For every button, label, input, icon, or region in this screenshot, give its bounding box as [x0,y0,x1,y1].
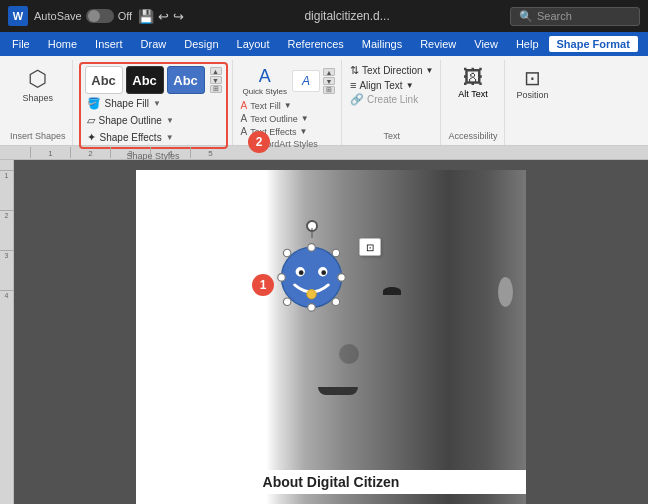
ruler-tick-4: 4 [150,147,190,158]
create-link-button[interactable]: 🔗 Create Link [350,93,434,106]
accessibility-label: Accessibility [449,129,498,143]
autosave-label: AutoSave [34,10,82,22]
smiley-svg [274,238,349,313]
search-placeholder: Search [537,10,572,22]
ruler-tick-1: 1 [30,147,70,158]
rotate-line [311,228,312,238]
menu-references[interactable]: References [280,36,352,52]
alt-text-button[interactable]: 🖼 Alt Text [458,66,487,99]
ribbon: ⬡ Shapes Insert Shapes Abc Abc Abc ▲ ▼ [0,56,648,146]
menu-file[interactable]: File [4,36,38,52]
wordart-thumb[interactable]: A [292,70,320,92]
shape-style-dark[interactable]: Abc [126,66,164,94]
text-group: ⇅ Text Direction ▼ ≡ Align Text ▼ 🔗 Crea… [344,60,441,145]
wa-scroll-expand[interactable]: ⊞ [323,86,335,94]
svg-point-8 [308,244,316,252]
wordart-content: A Quick Styles A ▲ ▼ ⊞ A Text Fill ▼ A [241,62,335,137]
shape-style-light[interactable]: Abc [85,66,123,94]
text-outline-icon: A [241,113,248,124]
toggle-knob [88,10,100,22]
title-bar-left: W AutoSave Off 💾 ↩ ↪ [8,6,184,26]
menu-review[interactable]: Review [412,36,464,52]
svg-point-3 [299,270,304,275]
menu-design[interactable]: Design [176,36,226,52]
v-tick-3: 3 [0,250,13,290]
outline-dropdown-arrow: ▼ [166,116,174,125]
text-fill-button[interactable]: A Text Fill ▼ [241,100,335,111]
fill-icon: 🪣 [87,97,101,110]
quick-styles-icon: A [259,66,271,87]
menu-insert[interactable]: Insert [87,36,131,52]
text-direction-arrow: ▼ [426,66,434,75]
text-outline-arrow: ▼ [301,114,309,123]
doc-left-area [136,170,276,504]
svg-point-13 [332,298,340,306]
shape-outline-button[interactable]: ▱ Shape Outline ▼ [85,113,222,128]
shape-effects-button[interactable]: ✦ Shape Effects ▼ [85,130,222,145]
insert-shapes-content: ⬡ Shapes [19,62,58,105]
scroll-down-btn[interactable]: ▼ [210,76,222,84]
accessibility-group: 🖼 Alt Text Accessibility [443,60,505,145]
text-effects-arrow: ▼ [300,127,308,136]
shapes-icon: ⬡ [28,66,47,92]
svg-point-7 [338,274,346,282]
v-tick-1: 1 [0,170,13,210]
save-icon[interactable]: 💾 [138,9,154,24]
document-title: About Digital Citizen [136,470,526,494]
scroll-up-btn[interactable]: ▲ [210,67,222,75]
text-effects-icon: A [241,126,248,137]
position-icon: ⊡ [524,66,541,90]
scroll-expand-btn[interactable]: ⊞ [210,85,222,93]
svg-point-10 [283,249,291,257]
ruler-tick-2: 2 [70,147,110,158]
outline-icon: ▱ [87,114,95,127]
search-box[interactable]: 🔍 Search [510,7,640,26]
filename-display: digitalcitizen.d... [192,9,502,23]
content-area: 1 2 3 4 2 [0,160,648,504]
text-outline-button[interactable]: A Text Outline ▼ [241,113,335,124]
text-fill-arrow: ▼ [284,101,292,110]
alt-text-icon: 🖼 [463,66,483,89]
wa-scroll-up[interactable]: ▲ [323,68,335,76]
badge-1: 1 [252,274,274,296]
menu-help[interactable]: Help [508,36,547,52]
document-area: 2 [14,160,648,504]
shape-styles-inner: Abc Abc Abc ▲ ▼ ⊞ [85,66,222,94]
search-icon: 🔍 [519,10,533,23]
redo-icon[interactable]: ↪ [173,9,184,24]
autosave-area: AutoSave Off [34,9,132,23]
quick-styles-button[interactable]: A Quick Styles [241,64,289,98]
shape-fill-button[interactable]: 🪣 Shape Fill ▼ [85,96,222,111]
document-page: ⊡ 1 About Digital Citizen [136,170,526,504]
menu-mailings[interactable]: Mailings [354,36,410,52]
horizontal-ruler: 1 2 3 4 5 [0,146,648,160]
wa-scroll-down[interactable]: ▼ [323,77,335,85]
menu-layout[interactable]: Layout [229,36,278,52]
menu-home[interactable]: Home [40,36,85,52]
svg-point-11 [332,249,340,257]
text-content: ⇅ Text Direction ▼ ≡ Align Text ▼ 🔗 Crea… [350,62,434,106]
svg-point-9 [308,304,316,312]
smiley-shape[interactable] [274,238,349,313]
shape-options: 🪣 Shape Fill ▼ ▱ Shape Outline ▼ ✦ Shape… [85,94,222,145]
autosave-toggle[interactable] [86,9,114,23]
svg-point-4 [321,270,326,275]
text-direction-button[interactable]: ⇅ Text Direction ▼ [350,64,434,77]
align-text-button[interactable]: ≡ Align Text ▼ [350,79,434,91]
layout-options-button[interactable]: ⊡ [359,238,381,256]
menu-bar: File Home Insert Draw Design Layout Refe… [0,32,648,56]
wordart-styles-group: A Quick Styles A ▲ ▼ ⊞ A Text Fill ▼ A [235,60,342,145]
shape-style-blue[interactable]: Abc [167,66,205,94]
v-tick-2: 2 [0,210,13,250]
menu-shape-format[interactable]: Shape Format [549,36,638,52]
vertical-ruler: 1 2 3 4 [0,160,14,504]
undo-icon[interactable]: ↩ [158,9,169,24]
face-photo [266,170,526,504]
shapes-button[interactable]: ⬡ Shapes [19,64,58,105]
undo-redo-group: 💾 ↩ ↪ [138,9,184,24]
menu-draw[interactable]: Draw [133,36,175,52]
effects-dropdown-arrow: ▼ [166,133,174,142]
position-button[interactable]: ⊡ Position [513,62,553,104]
access-content: 🖼 Alt Text [458,62,487,99]
menu-view[interactable]: View [466,36,506,52]
